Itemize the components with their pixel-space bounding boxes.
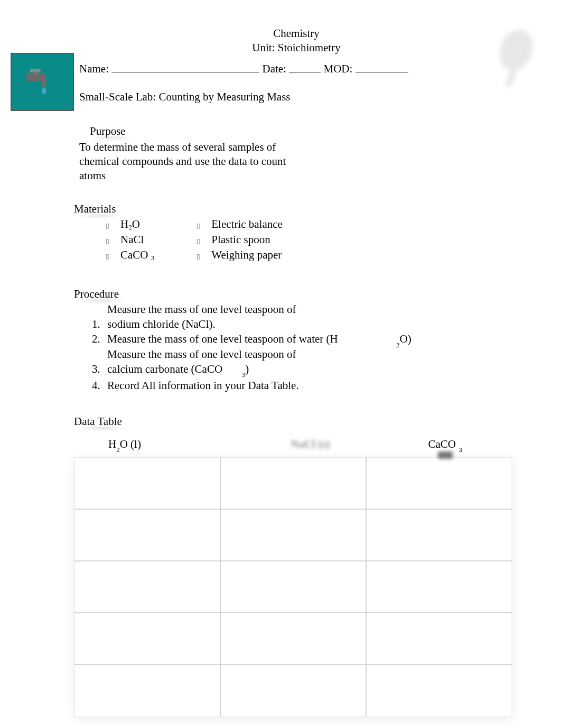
material-paper: Weighing paper [211,247,282,263]
material-spoon: Plastic spoon [211,232,270,247]
sub: 2 [396,341,400,349]
table-row [74,561,512,613]
step3-pre: Measure the mass of one level teaspoon o… [107,348,296,375]
step3-text: Measure the mass of one level teaspoon o… [107,347,319,378]
material-nacl: NaCl [120,232,144,247]
table-row [74,613,512,665]
material-h2o: H [120,217,128,232]
table-cell[interactable] [74,457,220,509]
purpose-text: To determine the mass of several samples… [79,140,301,183]
step3-post: ) [245,363,249,375]
sub: 3 [242,371,246,379]
name-blank[interactable] [111,61,259,72]
step2-tail-text: O) [400,333,412,345]
table-cell[interactable] [74,561,220,613]
svg-rect-3 [34,71,36,75]
table-cell[interactable] [366,457,512,509]
sub: 2 [128,223,132,232]
page-header: Chemistry Unit: Stoichiometry [79,26,513,56]
table-cell[interactable] [74,665,220,716]
table-column-headers: H2O (l) NaCl (s) CaCO 3 [79,438,512,453]
col2-blur: NaCl (s) [291,438,330,450]
procedure-step-4: Record All information in your Data Tabl… [103,378,513,393]
step1-text: Measure the mass of one level teaspoon o… [107,302,319,332]
svg-point-4 [42,87,46,94]
table-cell[interactable] [366,613,512,665]
table-row [74,457,512,509]
material-caco3: CaCO [120,247,148,263]
material-balance: Electric balance [211,217,283,232]
mod-label: MOD: [323,62,355,75]
table-cell[interactable] [366,561,512,613]
data-table [74,457,512,717]
faucet-svg [24,66,61,98]
table-row [74,665,512,716]
beaker-icon [487,21,540,100]
step2-text: Measure the mass of one level teaspoon o… [107,333,338,345]
table-cell[interactable] [366,665,512,716]
procedure-list: Measure the mass of one level teaspoon o… [103,302,513,393]
materials-heading: Materials [74,202,116,216]
table-cell[interactable] [74,613,220,665]
sub: 3 [459,446,462,454]
date-label: Date: [262,62,289,75]
date-blank[interactable] [289,61,321,72]
col-header-caco3: CaCO 3 [378,438,512,453]
procedure-step-1: Measure the mass of one level teaspoon o… [103,302,513,332]
table-row [74,509,512,561]
procedure-heading: Procedure [74,288,119,301]
svg-rect-1 [42,79,46,86]
sub: 3 [151,253,155,263]
material-h2o-post: O [132,217,140,232]
step2-tail: 2O) [396,331,412,348]
name-date-row: Name: Date: MOD: [79,61,513,76]
col-header-h2o: H2O (l) [79,438,243,453]
faucet-icon [11,53,74,111]
purpose-heading: Purpose [90,125,126,138]
table-cell[interactable] [220,561,366,613]
lab-title: Small-Scale Lab: Counting by Measuring M… [79,90,513,104]
col1-post: O (l) [120,438,141,450]
table-cell[interactable] [220,509,366,561]
data-table-heading: Data Table [74,415,122,428]
mod-blank[interactable] [356,61,408,72]
table-cell[interactable] [366,509,512,561]
materials-col-1: ▯H2O ▯NaCl ▯CaCO 3 [106,217,154,263]
materials-col-2: ▯Electric balance ▯Plastic spoon ▯Weighi… [197,217,283,263]
unit-title: Unit: Stoichiometry [79,41,513,55]
table-cell[interactable] [74,509,220,561]
procedure-step-2: Measure the mass of one level teaspoon o… [103,331,513,346]
col3-pre: CaCO [428,438,456,450]
table-cell[interactable] [220,457,366,509]
table-cell[interactable] [220,613,366,665]
procedure-step-3: Measure the mass of one level teaspoon o… [103,347,513,378]
col3-blur-badge [438,451,453,459]
course-title: Chemistry [79,26,513,41]
table-cell[interactable] [220,665,366,716]
sub: 2 [116,446,120,454]
col-header-nacl: NaCl (s) [243,438,378,453]
name-label: Name: [79,62,111,75]
col1-pre: H [108,438,116,450]
